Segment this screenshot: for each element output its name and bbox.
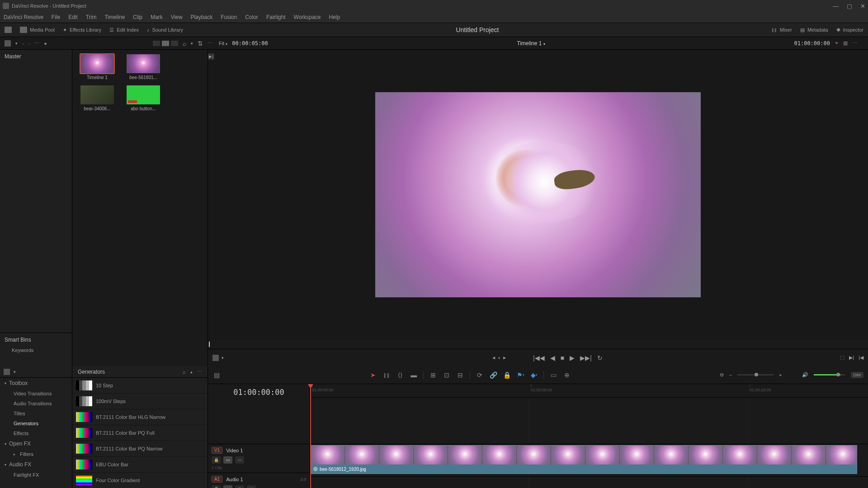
menu-workspace[interactable]: Workspace	[294, 14, 321, 20]
options-icon[interactable]: ⋯	[197, 369, 202, 375]
audio-transitions-item[interactable]: Audio Transitions	[0, 399, 72, 408]
audio-lane[interactable]	[310, 476, 868, 488]
media-pool-button[interactable]: Media Pool	[20, 27, 55, 33]
volume-slider[interactable]	[814, 374, 845, 375]
program-viewer[interactable]	[375, 92, 701, 297]
video-clip[interactable]: bee-5618012_1920.jpg	[310, 445, 857, 474]
effects-item[interactable]: Effects	[0, 428, 72, 438]
menu-playback[interactable]: Playback	[190, 14, 212, 20]
sort-icon[interactable]: ⇅	[198, 40, 203, 47]
video-track-name[interactable]: Video 1	[226, 448, 243, 453]
playhead[interactable]	[310, 384, 311, 488]
track-visible-icon[interactable]: ▭	[223, 456, 232, 464]
lock-icon[interactable]: 🔒	[503, 371, 511, 379]
timeline-zoom-slider[interactable]	[737, 374, 774, 375]
chevron-down-icon[interactable]: ▾	[15, 41, 18, 46]
menu-edit[interactable]: Edit	[68, 14, 78, 20]
link-icon[interactable]: 🔗	[489, 371, 497, 379]
generator-item[interactable]: 100mV Steps	[72, 394, 208, 409]
track-enable-icon[interactable]: ▭	[223, 485, 232, 488]
track-lock-icon[interactable]: 🔒	[212, 456, 221, 464]
nav-fwd[interactable]: ›	[28, 41, 30, 46]
close-button[interactable]: ✕	[860, 3, 865, 9]
track-lock-icon[interactable]: 🔒	[212, 485, 221, 488]
master-bin[interactable]: Master	[5, 53, 67, 60]
minimize-button[interactable]: —	[833, 3, 839, 9]
go-to-end-button[interactable]: |◀	[859, 355, 863, 361]
menu-mark[interactable]: Mark	[151, 14, 163, 20]
layout-icon[interactable]	[5, 27, 12, 33]
transform-overlay-icon[interactable]	[212, 355, 219, 361]
keywords-bin[interactable]: Keywords	[5, 346, 67, 355]
prev-frame-button[interactable]: ◀	[550, 354, 555, 361]
replace-clip-icon[interactable]: ⊟	[456, 371, 464, 379]
zoom-fit-dropdown[interactable]: Fit ▾	[219, 41, 227, 46]
fx-panel-icon[interactable]	[4, 369, 10, 375]
subtitle-icon[interactable]: ▭	[549, 371, 557, 379]
chevron-down-icon[interactable]: ▾	[191, 41, 193, 46]
last-frame-button[interactable]: ▶▶|	[580, 354, 592, 361]
panel-layout-icon[interactable]	[5, 40, 11, 47]
dim-button[interactable]: DIM	[851, 372, 864, 378]
clip-thumbnail[interactable]: bear-34006...	[77, 85, 118, 111]
mixer-button[interactable]: ⫿⫿Mixer	[772, 27, 792, 33]
inspector-button[interactable]: ✱Inspector	[836, 27, 863, 33]
view-mode-toggle[interactable]	[153, 41, 178, 46]
generator-item[interactable]: 10 Step	[72, 378, 208, 394]
generator-item[interactable]: BT.2111 Color Bar PQ Narrow	[72, 441, 208, 457]
clip-thumbnail[interactable]: Timeline 1	[77, 54, 118, 80]
menu-help[interactable]: Help	[329, 14, 340, 20]
blade-tool[interactable]: ▬	[410, 371, 418, 379]
viewer-options-icon[interactable]: ⋯	[852, 40, 857, 46]
dual-view-icon[interactable]: ▥	[843, 40, 848, 46]
toolbox-tree-item[interactable]: ▾Toolbox	[0, 378, 72, 389]
marker-icon[interactable]: ◆▾	[530, 371, 538, 379]
generator-item[interactable]: BT.2111 Color Bar PQ Full	[72, 425, 208, 441]
search-icon[interactable]: ⌕	[183, 369, 186, 375]
app-menu[interactable]: DaVinci Resolve	[4, 14, 43, 20]
chevron-down-icon[interactable]: ▾	[222, 356, 224, 360]
insert-clip-icon[interactable]: ⊞	[429, 371, 437, 379]
video-track-tag[interactable]: V1	[212, 447, 222, 454]
search-icon[interactable]: ⌕	[183, 40, 186, 47]
menu-color[interactable]: Color	[245, 14, 258, 20]
titles-item[interactable]: Titles	[0, 408, 72, 418]
zoom-out-icon[interactable]: ⊖	[720, 372, 724, 378]
audiofx-tree-item[interactable]: ▾Audio FX	[0, 459, 72, 470]
chevron-down-icon[interactable]: ▾	[14, 370, 16, 374]
snapping-icon[interactable]: ⟳	[476, 371, 484, 379]
menu-timeline[interactable]: Timeline	[104, 14, 125, 20]
trim-tool[interactable]: ⫿⫿	[382, 371, 391, 379]
first-frame-button[interactable]: |◀◀	[533, 354, 545, 361]
sound-library-button[interactable]: ♪Sound Library	[147, 27, 183, 33]
solo-button[interactable]: S	[235, 485, 244, 488]
dynamic-trim-tool[interactable]: ⟨⟩	[396, 371, 404, 379]
effects-library-button[interactable]: ✦Effects Library	[63, 27, 101, 33]
menu-fairlight[interactable]: Fairlight	[266, 14, 286, 20]
zoom-minus[interactable]: −	[729, 372, 732, 378]
maximize-button[interactable]: ▢	[847, 3, 852, 9]
timeline-view-icon[interactable]: ▤	[212, 371, 221, 379]
openfx-tree-item[interactable]: ▾Open FX	[0, 438, 72, 449]
stop-button[interactable]: ■	[561, 354, 564, 361]
metadata-button[interactable]: ▤Metadata	[800, 27, 828, 33]
loop-button[interactable]: ↻	[597, 354, 603, 361]
next-edit-button[interactable]: ►	[502, 355, 507, 360]
menu-view[interactable]: View	[171, 14, 183, 20]
selection-tool[interactable]: ➤	[369, 371, 377, 379]
track-monitor-icon[interactable]: ▭	[235, 456, 244, 464]
collapse-icon[interactable]: ▴	[190, 370, 193, 374]
edit-index-button[interactable]: ☰Edit Index	[109, 27, 139, 33]
generator-item[interactable]: Four Color Gradient	[72, 473, 208, 488]
ellipsis-icon[interactable]: ⋯	[34, 40, 39, 46]
filters-item[interactable]: ▸Filters	[0, 449, 72, 459]
zoom-icon[interactable]: ⊕	[563, 371, 571, 379]
nav-back[interactable]: ‹	[22, 41, 24, 46]
go-to-out-button[interactable]: ▶|	[849, 355, 854, 361]
overwrite-clip-icon[interactable]: ⊡	[443, 371, 451, 379]
zoom-plus[interactable]: +	[779, 372, 782, 378]
options-icon[interactable]: ⋯	[208, 40, 212, 46]
timeline-name-dropdown[interactable]: Timeline 1 ▾	[517, 40, 545, 47]
prev-edit-button[interactable]: ◄	[491, 355, 496, 360]
menu-clip[interactable]: Clip	[133, 14, 142, 20]
